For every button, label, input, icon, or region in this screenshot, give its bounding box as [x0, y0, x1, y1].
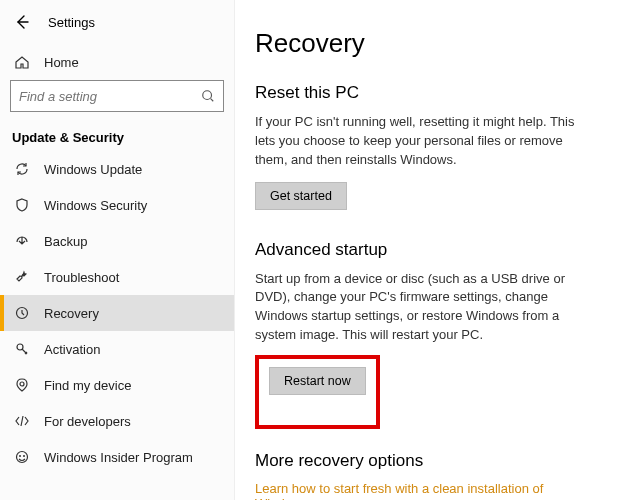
- nav-label: Backup: [44, 234, 87, 249]
- clean-install-link[interactable]: Learn how to start fresh with a clean in…: [255, 481, 598, 500]
- home-icon: [14, 54, 30, 70]
- svg-point-5: [19, 455, 21, 457]
- nav-label: Windows Insider Program: [44, 450, 193, 465]
- svg-point-0: [203, 91, 212, 100]
- highlight-annotation: Restart now: [255, 355, 380, 429]
- advanced-heading: Advanced startup: [255, 240, 598, 260]
- sidebar-item-troubleshoot[interactable]: Troubleshoot: [0, 259, 234, 295]
- shield-icon: [14, 197, 30, 213]
- recovery-icon: [14, 305, 30, 321]
- nav-label: Windows Security: [44, 198, 147, 213]
- developers-icon: [14, 413, 30, 429]
- reset-heading: Reset this PC: [255, 83, 598, 103]
- search-icon: [201, 89, 215, 103]
- restart-now-button[interactable]: Restart now: [269, 367, 366, 395]
- more-heading: More recovery options: [255, 451, 598, 471]
- nav-label: Troubleshoot: [44, 270, 119, 285]
- search-container: [0, 80, 234, 120]
- nav-label: For developers: [44, 414, 131, 429]
- nav-label: Recovery: [44, 306, 99, 321]
- advanced-body: Start up from a device or disc (such as …: [255, 270, 595, 345]
- sidebar-item-windows-security[interactable]: Windows Security: [0, 187, 234, 223]
- arrow-left-icon: [14, 14, 30, 30]
- get-started-button[interactable]: Get started: [255, 182, 347, 210]
- sidebar-item-backup[interactable]: Backup: [0, 223, 234, 259]
- sidebar-item-insider[interactable]: Windows Insider Program: [0, 439, 234, 475]
- nav-label: Windows Update: [44, 162, 142, 177]
- svg-point-6: [23, 455, 25, 457]
- search-box[interactable]: [10, 80, 224, 112]
- backup-icon: [14, 233, 30, 249]
- sidebar-item-windows-update[interactable]: Windows Update: [0, 151, 234, 187]
- find-device-icon: [14, 377, 30, 393]
- section-title: Update & Security: [0, 120, 234, 151]
- nav-label: Find my device: [44, 378, 131, 393]
- window-title: Settings: [48, 15, 95, 30]
- sidebar-item-activation[interactable]: Activation: [0, 331, 234, 367]
- troubleshoot-icon: [14, 269, 30, 285]
- nav-label: Activation: [44, 342, 100, 357]
- svg-point-3: [20, 382, 24, 386]
- page-title: Recovery: [255, 28, 598, 59]
- main-content: Recovery Reset this PC If your PC isn't …: [235, 0, 618, 500]
- sidebar-item-for-developers[interactable]: For developers: [0, 403, 234, 439]
- nav-label: Home: [44, 55, 79, 70]
- sidebar-item-home[interactable]: Home: [0, 44, 234, 80]
- back-button[interactable]: [12, 12, 32, 32]
- search-input[interactable]: [19, 89, 201, 104]
- sidebar: Settings Home Update & Security Windows …: [0, 0, 235, 500]
- header: Settings: [0, 8, 234, 44]
- update-icon: [14, 161, 30, 177]
- sidebar-item-find-my-device[interactable]: Find my device: [0, 367, 234, 403]
- reset-body: If your PC isn't running well, resetting…: [255, 113, 595, 170]
- insider-icon: [14, 449, 30, 465]
- activation-icon: [14, 341, 30, 357]
- sidebar-item-recovery[interactable]: Recovery: [0, 295, 234, 331]
